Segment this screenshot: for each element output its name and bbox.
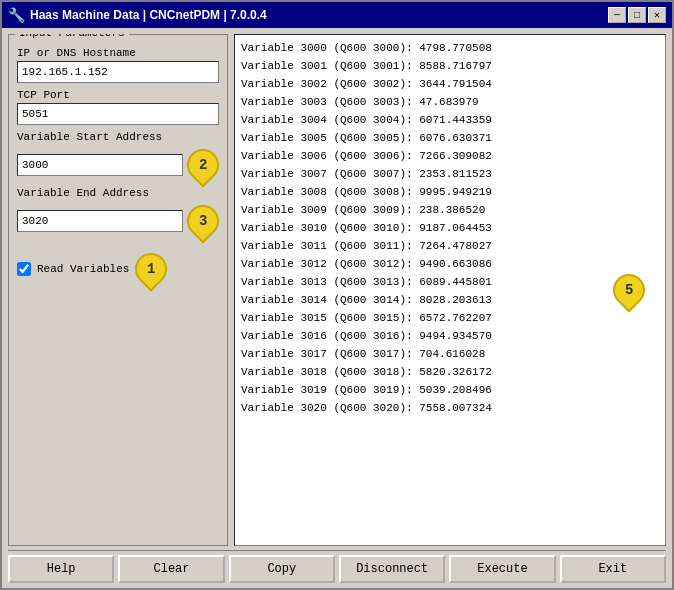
badge-2: 2 [180,142,225,187]
data-row: Variable 3009 (Q600 3009): 238.386520 [241,201,659,219]
var-end-input[interactable] [17,210,183,232]
data-row: Variable 3002 (Q600 3002): 3644.791504 [241,75,659,93]
var-end-row: 3 [17,205,219,237]
data-row: Variable 3014 (Q600 3014): 8028.203613 [241,291,659,309]
help-button[interactable]: Help [8,555,114,583]
data-row: Variable 3005 (Q600 3005): 6076.630371 [241,129,659,147]
toolbar: Help Clear Copy Disconnect Execute Exit [8,550,666,586]
badge-3: 3 [180,198,225,243]
data-row: Variable 3001 (Q600 3001): 8588.716797 [241,57,659,75]
title-bar: 🔧 Haas Machine Data | CNCnetPDM | 7.0.0.… [2,2,672,28]
clear-button[interactable]: Clear [118,555,224,583]
var-start-row: 2 [17,149,219,181]
ip-input[interactable] [17,61,219,83]
read-vars-checkbox[interactable] [17,262,31,276]
data-rows-container: Variable 3000 (Q600 3000): 4798.770508Va… [241,39,659,417]
input-panel-legend: Input Parameters [15,34,129,39]
badge-1: 1 [129,246,174,291]
close-button[interactable]: ✕ [648,7,666,23]
data-row: Variable 3003 (Q600 3003): 47.683979 [241,93,659,111]
data-row: Variable 3010 (Q600 3010): 9187.064453 [241,219,659,237]
upper-area: Input Parameters IP or DNS Hostname TCP … [8,34,666,546]
read-vars-row: Read Variables 1 [17,253,219,285]
data-row: Variable 3000 (Q600 3000): 4798.770508 [241,39,659,57]
var-start-label: Variable Start Address [17,131,219,143]
main-content: Input Parameters IP or DNS Hostname TCP … [2,28,672,590]
title-bar-buttons: ─ □ ✕ [608,7,666,23]
ip-label: IP or DNS Hostname [17,47,219,59]
disconnect-button[interactable]: Disconnect [339,555,445,583]
app-icon: 🔧 [8,7,24,23]
data-row: Variable 3012 (Q600 3012): 9490.663086 [241,255,659,273]
title-bar-text: Haas Machine Data | CNCnetPDM | 7.0.0.4 [30,8,267,22]
execute-button[interactable]: Execute [449,555,555,583]
data-row: Variable 3006 (Q600 3006): 7266.309082 [241,147,659,165]
data-row: Variable 3011 (Q600 3011): 7264.478027 [241,237,659,255]
tcp-label: TCP Port [17,89,219,101]
read-vars-label: Read Variables [37,263,129,275]
tcp-input[interactable] [17,103,219,125]
data-row: Variable 3017 (Q600 3017): 704.616028 [241,345,659,363]
var-end-label: Variable End Address [17,187,219,199]
exit-button[interactable]: Exit [560,555,666,583]
data-row: Variable 3013 (Q600 3013): 6089.445801 [241,273,659,291]
data-row: Variable 3020 (Q600 3020): 7558.007324 [241,399,659,417]
copy-button[interactable]: Copy [229,555,335,583]
data-row: Variable 3004 (Q600 3004): 6071.443359 [241,111,659,129]
data-row: Variable 3016 (Q600 3016): 9494.934570 [241,327,659,345]
input-panel: Input Parameters IP or DNS Hostname TCP … [8,34,228,546]
maximize-button[interactable]: □ [628,7,646,23]
var-start-input[interactable] [17,154,183,176]
data-row: Variable 3018 (Q600 3018): 5820.326172 [241,363,659,381]
data-row: Variable 3015 (Q600 3015): 6572.762207 [241,309,659,327]
data-panel[interactable]: Variable 3000 (Q600 3000): 4798.770508Va… [234,34,666,546]
data-row: Variable 3008 (Q600 3008): 9995.949219 [241,183,659,201]
data-row: Variable 3007 (Q600 3007): 2353.811523 [241,165,659,183]
data-row: Variable 3019 (Q600 3019): 5039.208496 [241,381,659,399]
minimize-button[interactable]: ─ [608,7,626,23]
